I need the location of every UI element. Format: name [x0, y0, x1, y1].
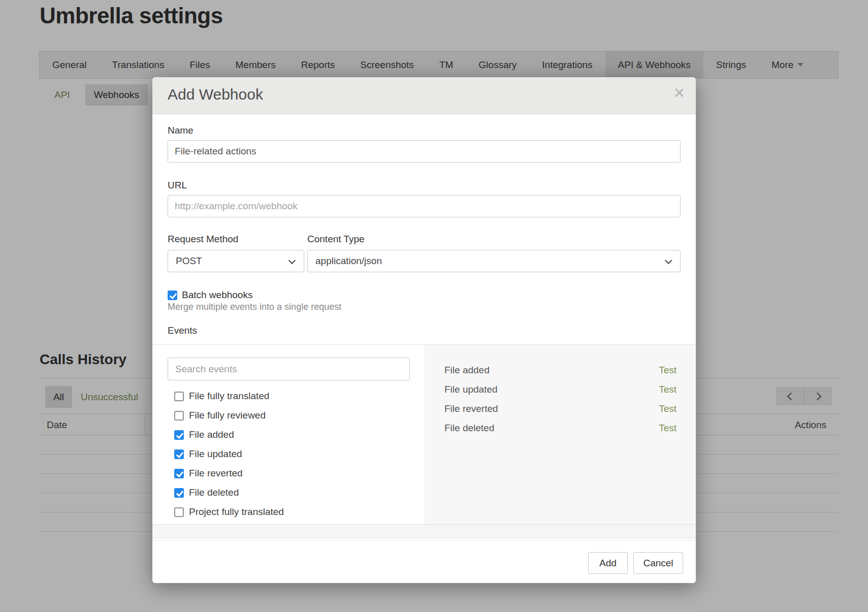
selected-events-list: File added Test File updated Test File r… — [424, 361, 696, 438]
chevron-down-icon — [665, 257, 672, 264]
events-checkbox-list: File fully translated File fully reviewe… — [174, 386, 418, 518]
test-webhook-link[interactable]: Test — [659, 384, 677, 395]
cancel-button[interactable]: Cancel — [633, 552, 683, 574]
event-checkbox[interactable] — [174, 392, 184, 401]
events-scrollbar-track[interactable] — [152, 524, 696, 538]
chevron-down-icon — [288, 257, 296, 264]
test-webhook-link[interactable]: Test — [659, 365, 677, 376]
search-events-input[interactable] — [168, 358, 410, 380]
event-checkbox[interactable] — [174, 469, 184, 478]
settings-page: Umbrella settings General Translations F… — [0, 0, 868, 612]
name-input[interactable] — [168, 140, 681, 163]
batch-webhooks-help: Merge multiple events into a single requ… — [168, 302, 341, 312]
batch-webhooks-checkbox-row[interactable]: Batch webhooks — [168, 289, 252, 301]
events-area: File fully translated File fully reviewe… — [152, 344, 696, 524]
test-webhook-link[interactable]: Test — [659, 423, 677, 434]
event-checkbox[interactable] — [174, 507, 184, 517]
event-checkbox[interactable] — [174, 449, 184, 459]
event-option[interactable]: File added — [174, 425, 418, 444]
request-method-select[interactable]: POST — [168, 250, 304, 272]
request-method-label: Request Method — [168, 234, 238, 245]
events-selected-panel: File added Test File updated Test File r… — [424, 345, 696, 524]
selected-event-row: File deleted Test — [424, 418, 696, 438]
selected-event-row: File reverted Test — [424, 399, 696, 418]
url-label: URL — [168, 180, 187, 191]
modal-footer: Add Cancel — [152, 540, 696, 583]
event-option[interactable]: File fully translated — [174, 386, 418, 406]
event-option[interactable]: Project fully translated — [174, 502, 418, 518]
modal-title: Add Webhook — [168, 86, 263, 103]
add-button[interactable]: Add — [588, 552, 628, 574]
url-input[interactable] — [168, 195, 681, 217]
event-option[interactable]: File deleted — [174, 483, 418, 502]
close-icon[interactable]: × — [674, 84, 685, 102]
event-option[interactable]: File updated — [174, 444, 418, 464]
events-label: Events — [168, 325, 197, 336]
event-checkbox[interactable] — [174, 411, 184, 421]
name-label: Name — [168, 125, 194, 136]
selected-event-row: File updated Test — [424, 380, 696, 399]
add-webhook-modal: Add Webhook × Name URL Request Method Co… — [152, 77, 696, 583]
request-method-value: POST — [176, 255, 202, 267]
event-option[interactable]: File reverted — [174, 464, 418, 483]
events-available-panel: File fully translated File fully reviewe… — [152, 345, 424, 524]
event-checkbox[interactable] — [174, 488, 184, 498]
event-option[interactable]: File fully reviewed — [174, 406, 418, 425]
batch-webhooks-label: Batch webhooks — [182, 289, 252, 301]
test-webhook-link[interactable]: Test — [659, 403, 677, 414]
selected-event-row: File added Test — [424, 361, 696, 380]
content-type-value: application/json — [315, 255, 382, 267]
modal-header: Add Webhook × — [152, 77, 696, 114]
batch-webhooks-checkbox[interactable] — [168, 291, 177, 300]
event-checkbox[interactable] — [174, 430, 184, 440]
content-type-select[interactable]: application/json — [307, 250, 681, 272]
content-type-label: Content Type — [307, 234, 365, 245]
